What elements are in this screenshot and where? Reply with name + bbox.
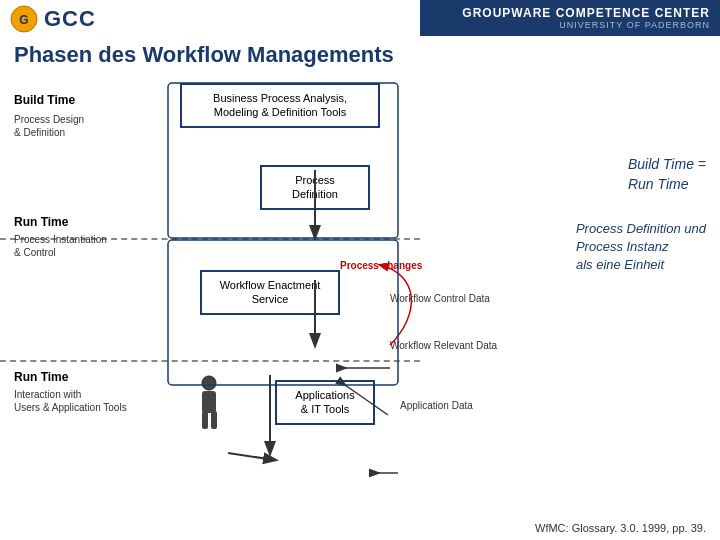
gcc-logo: G GCC bbox=[10, 5, 96, 33]
header-bar: Groupware Competence Center University o… bbox=[420, 0, 720, 36]
svg-rect-3 bbox=[202, 391, 216, 413]
page-title: Phasen des Workflow Managements bbox=[14, 42, 394, 68]
header-subtitle: University of Paderborn bbox=[559, 20, 710, 30]
box-bpam: Business Process Analysis, Modeling & De… bbox=[180, 83, 380, 128]
svg-rect-5 bbox=[211, 411, 217, 429]
gcc-text: GCC bbox=[44, 6, 96, 32]
dashed-separator-2 bbox=[0, 360, 420, 362]
label-process-changes: Process changes bbox=[340, 260, 422, 271]
annotation-process-def: Process Definition und Process Instanz a… bbox=[576, 220, 706, 275]
label-build-time-1: Build Time bbox=[14, 93, 75, 107]
box-workflow-enactment: Workflow Enactment Service bbox=[200, 270, 340, 315]
label-workflow-relevant-data: Workflow Relevant Data bbox=[390, 340, 497, 351]
annotation-build-time: Build Time = Run Time bbox=[628, 155, 706, 194]
person-figure-icon bbox=[192, 375, 227, 439]
gcc-emblem-icon: G bbox=[10, 5, 38, 33]
label-run-time-bot: Run Time bbox=[14, 370, 68, 384]
svg-line-9 bbox=[228, 453, 275, 460]
box-process-def: Process Definition bbox=[260, 165, 370, 210]
label-interaction: Interaction with Users & Application Too… bbox=[14, 388, 127, 414]
svg-text:G: G bbox=[19, 13, 28, 27]
label-application-data: Application Data bbox=[400, 400, 473, 411]
citation: WfMC: Glossary. 3.0. 1999, pp. 39. bbox=[535, 522, 706, 534]
label-process-design: Process Design & Definition bbox=[14, 113, 84, 139]
header-title: Groupware Competence Center bbox=[462, 6, 710, 20]
svg-rect-4 bbox=[202, 411, 208, 429]
svg-point-2 bbox=[202, 376, 216, 390]
diagram-area: Build Time Process Design & Definition R… bbox=[0, 75, 720, 520]
label-run-time-mid: Run Time bbox=[14, 215, 68, 229]
box-apps-it-tools: Applications & IT Tools bbox=[275, 380, 375, 425]
diagram-arrows bbox=[0, 75, 720, 540]
label-workflow-control-data: Workflow Control Data bbox=[390, 293, 490, 304]
label-process-inst: Process Instantiation & Control bbox=[14, 233, 107, 259]
